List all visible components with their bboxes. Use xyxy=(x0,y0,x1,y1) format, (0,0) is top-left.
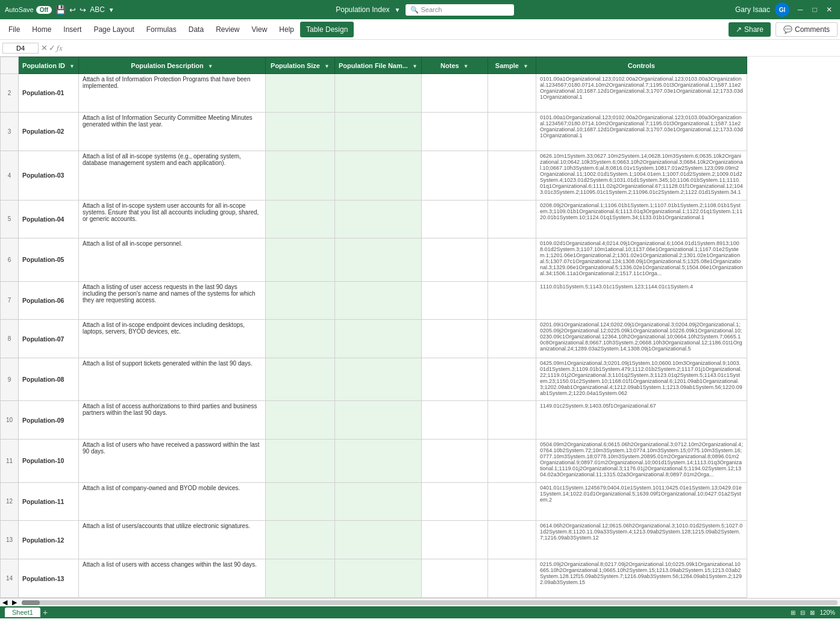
description-cell[interactable]: Attach a list of Information Security Co… xyxy=(79,112,266,151)
population-size-cell[interactable] xyxy=(266,281,335,320)
description-cell[interactable]: Attach a list of in-scope endpoint devic… xyxy=(79,320,266,358)
population-id-cell[interactable]: Population-13 xyxy=(19,559,79,598)
population-id-cell[interactable]: Population-09 xyxy=(19,401,79,440)
population-size-cell[interactable] xyxy=(266,238,335,281)
col-a-filter[interactable]: ▼ xyxy=(69,63,75,69)
controls-cell[interactable]: 0626.10m1System.33;0627.10m2System.14;06… xyxy=(536,151,747,200)
notes-cell[interactable] xyxy=(421,200,487,238)
notes-cell[interactable] xyxy=(421,281,487,320)
description-cell[interactable]: Attach a list of access authorizations t… xyxy=(79,401,266,440)
description-cell[interactable]: Attach a list of all in-scope systems (e… xyxy=(79,151,266,200)
population-filename-cell[interactable] xyxy=(335,559,422,598)
population-size-cell[interactable] xyxy=(266,112,335,151)
col-f-filter[interactable]: ▼ xyxy=(523,63,528,69)
controls-cell[interactable]: 0201.09i1Organizational.124;0202.09j1Org… xyxy=(536,320,747,358)
layout-icon[interactable]: ⊟ xyxy=(800,609,805,616)
notes-cell[interactable] xyxy=(421,74,487,113)
sample-cell[interactable] xyxy=(487,320,536,358)
sample-cell[interactable] xyxy=(487,238,536,281)
close-button[interactable]: ✕ xyxy=(823,4,835,16)
population-filename-cell[interactable] xyxy=(335,281,422,320)
population-filename-cell[interactable] xyxy=(335,401,422,440)
description-cell[interactable]: Attach a list of in-scope system user ac… xyxy=(79,200,266,238)
description-cell[interactable]: Attach a list of users who have received… xyxy=(79,440,266,482)
formula-input[interactable] xyxy=(65,43,838,53)
col-header-c[interactable]: Population Size ▼ xyxy=(266,57,335,74)
sample-cell[interactable] xyxy=(487,74,536,113)
population-filename-cell[interactable] xyxy=(335,440,422,482)
population-size-cell[interactable] xyxy=(266,440,335,482)
notes-cell[interactable] xyxy=(421,320,487,358)
controls-cell[interactable]: 0614.06h2Organizational.12;0615.06h2Orga… xyxy=(536,521,747,559)
notes-cell[interactable] xyxy=(421,482,487,521)
controls-cell[interactable]: 0101.00a1Organizational.123;0102.00a2Org… xyxy=(536,74,747,113)
col-c-filter[interactable]: ▼ xyxy=(324,63,330,69)
population-id-cell[interactable]: Population-10 xyxy=(19,440,79,482)
description-cell[interactable]: Attach a list of all in-scope personnel. xyxy=(79,238,266,281)
controls-cell[interactable]: 0504.09m2Organizational.6;0615.06h2Organ… xyxy=(536,440,747,482)
share-button[interactable]: ↗ Share xyxy=(729,22,771,37)
population-filename-cell[interactable] xyxy=(335,482,422,521)
scroll-track[interactable] xyxy=(22,600,838,605)
notes-cell[interactable] xyxy=(421,112,487,151)
description-cell[interactable]: Attach a list of Information Protection … xyxy=(79,74,266,113)
sample-cell[interactable] xyxy=(487,521,536,559)
population-size-cell[interactable] xyxy=(266,320,335,358)
notes-cell[interactable] xyxy=(421,559,487,598)
col-header-f[interactable]: Sample ▼ xyxy=(487,57,536,74)
page-view-icon[interactable]: ⊠ xyxy=(810,609,815,616)
col-header-d[interactable]: Population File Nam... ▼ xyxy=(335,57,422,74)
spellcheck-icon[interactable]: ABC xyxy=(90,5,105,14)
controls-cell[interactable]: 0109.02d1Organizational.4;0214.09j1Organ… xyxy=(536,238,747,281)
name-box[interactable] xyxy=(2,43,39,54)
undo-icon[interactable]: ↩ xyxy=(69,5,76,14)
notes-cell[interactable] xyxy=(421,401,487,440)
sample-cell[interactable] xyxy=(487,440,536,482)
sample-cell[interactable] xyxy=(487,200,536,238)
col-header-b[interactable]: Population Description ▼ xyxy=(79,57,266,74)
menu-help[interactable]: Help xyxy=(273,22,300,37)
controls-cell[interactable]: 1110.01b1System.5;1143.01c1System.123;11… xyxy=(536,281,747,320)
scroll-thumb[interactable] xyxy=(22,600,40,605)
scroll-left-icon[interactable]: ◀ xyxy=(0,598,10,606)
table-wrapper[interactable]: Population ID ▼ Population Description ▼… xyxy=(0,57,840,598)
sheet-tab-sheet1[interactable]: Sheet1 xyxy=(5,608,40,617)
minimize-button[interactable]: ─ xyxy=(794,4,806,16)
population-filename-cell[interactable] xyxy=(335,320,422,358)
sample-cell[interactable] xyxy=(487,401,536,440)
save-icon[interactable]: 💾 xyxy=(55,5,66,14)
population-id-cell[interactable]: Population-04 xyxy=(19,200,79,238)
menu-review[interactable]: Review xyxy=(210,22,245,37)
controls-cell[interactable]: 0101.00a1Organizational.123;0102.00a2Org… xyxy=(536,112,747,151)
scroll-right-icon[interactable]: ▶ xyxy=(10,598,19,606)
sample-cell[interactable] xyxy=(487,358,536,401)
description-cell[interactable]: Attach a list of users/accounts that uti… xyxy=(79,521,266,559)
col-d-filter[interactable]: ▼ xyxy=(412,63,418,69)
population-id-cell[interactable]: Population-07 xyxy=(19,320,79,358)
menu-view[interactable]: View xyxy=(246,22,274,37)
sample-cell[interactable] xyxy=(487,559,536,598)
population-size-cell[interactable] xyxy=(266,358,335,401)
menu-home[interactable]: Home xyxy=(26,22,57,37)
population-size-cell[interactable] xyxy=(266,200,335,238)
population-id-cell[interactable]: Population-11 xyxy=(19,482,79,521)
description-cell[interactable]: Attach a listing of user access requests… xyxy=(79,281,266,320)
controls-cell[interactable]: 0401.01c1System.1245679;0404.01e1System.… xyxy=(536,482,747,521)
menu-page-layout[interactable]: Page Layout xyxy=(87,22,140,37)
autosave-toggle[interactable]: AutoSave Off xyxy=(5,6,52,14)
controls-cell[interactable]: 0425.09m1Organizational.3;0201.09j1Syste… xyxy=(536,358,747,401)
col-header-a[interactable]: Population ID ▼ xyxy=(19,57,79,74)
menu-file[interactable]: File xyxy=(2,22,26,37)
autosave-state[interactable]: Off xyxy=(36,6,52,14)
population-id-cell[interactable]: Population-01 xyxy=(19,74,79,113)
col-b-filter[interactable]: ▼ xyxy=(208,63,213,69)
col-e-filter[interactable]: ▼ xyxy=(463,63,469,69)
population-filename-cell[interactable] xyxy=(335,112,422,151)
comments-button[interactable]: 💬 Comments xyxy=(776,22,838,37)
restore-button[interactable]: □ xyxy=(809,4,821,16)
population-id-cell[interactable]: Population-05 xyxy=(19,238,79,281)
dropdown-icon[interactable]: ▼ xyxy=(108,7,114,13)
horizontal-scroll[interactable]: ◀ ▶ xyxy=(0,598,840,606)
population-filename-cell[interactable] xyxy=(335,521,422,559)
notes-cell[interactable] xyxy=(421,238,487,281)
